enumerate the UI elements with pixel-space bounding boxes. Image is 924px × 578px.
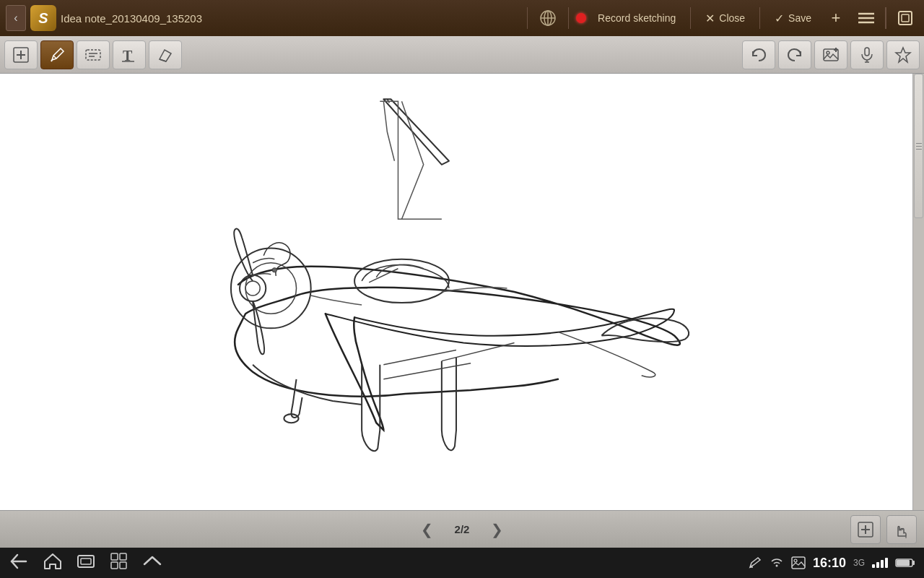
network-type: 3G: [853, 558, 865, 568]
svg-line-13: [51, 60, 52, 61]
svg-line-36: [383, 350, 456, 365]
svg-point-32: [240, 275, 266, 301]
record-button[interactable]: Record sketching: [590, 9, 683, 27]
separator-4: [759, 7, 760, 29]
svg-rect-48: [111, 562, 118, 569]
battery-icon: [895, 558, 915, 568]
svg-point-21: [827, 51, 829, 54]
up-button[interactable]: [143, 554, 162, 572]
fullscreen-button[interactable]: [892, 5, 918, 31]
sketch-canvas[interactable]: [0, 74, 912, 510]
svg-rect-24: [865, 48, 869, 56]
status-bar: 16:10 3G: [0, 548, 924, 578]
svg-point-34: [272, 268, 276, 272]
stylus-icon: [748, 556, 762, 570]
home-nav-button[interactable]: [43, 553, 62, 574]
scroll-grip: [916, 143, 922, 150]
svg-rect-45: [81, 558, 91, 564]
svg-point-29: [354, 259, 449, 303]
add-page-button[interactable]: [850, 515, 881, 544]
note-title: Idea note_20130409_135203: [61, 12, 520, 25]
title-bar: ‹ S Idea note_20130409_135203 Record ske…: [0, 0, 924, 36]
separator-3: [690, 7, 691, 29]
insert-image-button[interactable]: [814, 40, 847, 69]
svg-point-33: [245, 281, 260, 296]
signal-bars: [872, 558, 888, 568]
svg-point-53: [794, 559, 797, 562]
clock: 16:10: [813, 556, 846, 571]
svg-rect-14: [86, 50, 100, 60]
next-page-button[interactable]: ❯: [484, 517, 510, 543]
connectivity-icon: [770, 556, 784, 570]
canvas-area[interactable]: [0, 74, 912, 510]
svg-rect-7: [899, 12, 912, 25]
eraser-tool-button[interactable]: [149, 40, 182, 69]
recent-apps-button[interactable]: [77, 554, 95, 572]
vertical-scrollbar[interactable]: [912, 74, 924, 510]
nav-buttons: [9, 552, 162, 574]
vert-separator: [885, 7, 886, 29]
svg-rect-47: [120, 553, 126, 560]
svg-rect-8: [902, 14, 909, 22]
undo-button[interactable]: [742, 40, 775, 69]
back-nav-button[interactable]: [9, 553, 29, 573]
redo-button[interactable]: [778, 40, 811, 69]
add-tool-button[interactable]: [4, 40, 38, 69]
svg-rect-52: [792, 557, 805, 569]
grid-nav-button[interactable]: [110, 552, 128, 574]
close-button[interactable]: ✕ Close: [698, 9, 752, 28]
favorite-button[interactable]: [886, 40, 920, 69]
svg-rect-46: [111, 553, 118, 560]
page-indicator: 2/2: [455, 523, 470, 535]
web-icon[interactable]: [535, 5, 561, 31]
record-dot: [576, 13, 586, 23]
toolbar-right-group: [742, 40, 920, 69]
add-button[interactable]: +: [823, 5, 849, 31]
hand-tool-button[interactable]: [886, 515, 917, 544]
page-bar: ❮ 2/2 ❯: [0, 510, 924, 548]
svg-point-30: [231, 249, 311, 329]
drawing-toolbar: T: [0, 36, 924, 74]
svg-marker-27: [896, 48, 910, 62]
svg-rect-55: [912, 561, 915, 565]
separator-2: [568, 7, 569, 29]
save-button[interactable]: ✓ Save: [767, 9, 819, 28]
statusbar-right: 16:10 3G: [748, 556, 915, 571]
svg-line-38: [442, 342, 515, 361]
menu-button[interactable]: [853, 5, 879, 31]
svg-line-37: [383, 363, 471, 379]
scroll-track: [913, 74, 924, 510]
text-tool-button[interactable]: T: [113, 40, 146, 69]
pen-tool-button[interactable]: [40, 40, 74, 69]
svg-point-51: [775, 565, 777, 567]
svg-rect-49: [120, 562, 126, 569]
scroll-thumb[interactable]: [914, 74, 923, 218]
text-frame-tool-button[interactable]: [77, 40, 110, 69]
separator-1: [527, 7, 528, 29]
main-area: [0, 74, 924, 510]
svg-rect-56: [897, 560, 910, 566]
back-button[interactable]: ‹: [6, 5, 26, 31]
app-icon: S: [30, 5, 56, 31]
page-right-tools: [850, 515, 917, 544]
svg-line-12: [53, 56, 56, 59]
prev-page-button[interactable]: ❮: [414, 517, 440, 543]
mic-button[interactable]: [850, 40, 884, 69]
gallery-icon: [791, 556, 806, 569]
